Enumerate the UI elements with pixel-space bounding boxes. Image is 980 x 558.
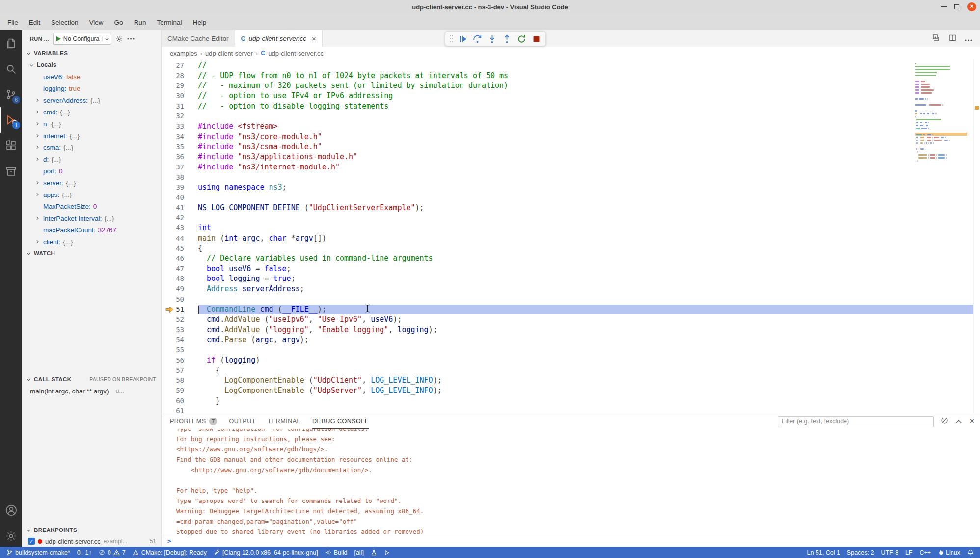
platform-status[interactable]: Linux <box>934 547 964 558</box>
variable-n[interactable]: n:{...} <box>22 118 161 130</box>
stack-frame[interactable]: main(int argc, char ** argv) u... <box>22 385 161 397</box>
gutter-line-42[interactable]: 42 <box>162 213 198 223</box>
more-actions-icon[interactable] <box>965 34 972 43</box>
debug-console-input[interactable]: > <box>162 535 980 547</box>
sync-status[interactable]: 0↓ 1↑ <box>74 547 95 558</box>
chevron-right-icon[interactable] <box>35 157 43 162</box>
close-panel-icon[interactable]: × <box>970 418 974 425</box>
gutter-line-47[interactable]: 47 <box>162 264 198 274</box>
breakpoint-item[interactable]: ✓ udp-client-server.cc exampl... 51 <box>22 536 161 547</box>
code-line-52[interactable]: 52 cmd.AddValue ("useIpv6", "Use Ipv6", … <box>162 314 980 325</box>
breadcrumb-folder[interactable]: examples <box>170 50 197 57</box>
menu-view[interactable]: View <box>84 14 109 30</box>
console-filter-input[interactable] <box>778 416 934 427</box>
run-and-debug-icon[interactable]: 1 <box>0 107 22 133</box>
code-line-44[interactable]: 44main (int argc, char *argv[]) <box>162 233 980 244</box>
gutter-line-27[interactable]: 27 <box>162 60 198 71</box>
git-branch-status[interactable]: buildsystem-cmake* <box>3 547 74 558</box>
gutter-line-30[interactable]: 30 <box>162 91 198 101</box>
language-mode[interactable]: C++ <box>916 547 934 558</box>
code-line-42[interactable]: 42 <box>162 213 980 223</box>
code-line-34[interactable]: 34#include "ns3/core-module.h" <box>162 132 980 142</box>
variable-csma[interactable]: csma:{...} <box>22 141 161 153</box>
clear-console-icon[interactable] <box>941 417 948 426</box>
restart-button[interactable] <box>515 32 528 45</box>
gutter-line-49[interactable]: 49 <box>162 284 198 294</box>
code-line-30[interactable]: 30// - option to use IPv4 or IPv6 addres… <box>162 91 980 101</box>
code-line-59[interactable]: 59 LogComponentEnable ("UdpServer", LOG_… <box>162 386 980 396</box>
chevron-right-icon[interactable] <box>35 239 43 244</box>
variable-interPacketInterval[interactable]: interPacket Interval:{...} <box>22 212 161 224</box>
menu-go[interactable]: Go <box>109 14 129 30</box>
start-debug-icon[interactable] <box>56 36 61 41</box>
code-line-53[interactable]: 53 cmd.AddValue ("logging", "Enable logg… <box>162 325 980 335</box>
code-line-48[interactable]: 48 bool logging = true; <box>162 274 980 284</box>
continue-button[interactable] <box>456 32 469 45</box>
code-line-27[interactable]: 27// <box>162 60 980 71</box>
search-icon[interactable] <box>0 56 22 82</box>
eol-status[interactable]: LF <box>902 547 916 558</box>
step-over-button[interactable] <box>471 32 484 45</box>
variable-cmd[interactable]: cmd:{...} <box>22 106 161 118</box>
variable-serverAddress[interactable]: serverAddress:{...} <box>22 94 161 106</box>
chevron-right-icon[interactable] <box>35 133 43 138</box>
code-line-51[interactable]: 51 CommandLine cmd (__FILE__); <box>162 305 980 315</box>
gutter-line-44[interactable]: 44 <box>162 233 198 244</box>
code-line-36[interactable]: 36#include "ns3/applications-module.h" <box>162 152 980 162</box>
launch-button[interactable] <box>381 547 393 558</box>
kit-status[interactable]: [Clang 12.0.0 x86_64-pc-linux-gnu] <box>210 547 322 558</box>
panel-tab-debug-console[interactable]: DEBUG CONSOLE <box>312 414 369 429</box>
menu-file[interactable]: File <box>2 14 24 30</box>
restore-icon[interactable] <box>954 4 959 9</box>
tab-udp-client-server[interactable]: C udp-client-server.cc × <box>235 30 323 47</box>
code-line-31[interactable]: 31// - option to disable logging stateme… <box>162 101 980 112</box>
panel-tab-terminal[interactable]: TERMINAL <box>268 414 300 429</box>
breadcrumb-file[interactable]: udp-client-server.cc <box>268 50 324 57</box>
code-line-33[interactable]: 33#include <fstream> <box>162 121 980 132</box>
step-into-button[interactable] <box>486 32 498 45</box>
gutter-line-58[interactable]: 58 <box>162 375 198 386</box>
overview-ruler[interactable] <box>973 59 980 414</box>
encoding-status[interactable]: UTF-8 <box>877 547 901 558</box>
gutter-line-51[interactable]: 51 <box>162 305 198 315</box>
variable-apps[interactable]: apps:{...} <box>22 189 161 200</box>
menu-terminal[interactable]: Terminal <box>151 14 187 30</box>
code-editor[interactable]: 27//28// - UDP flow from n0 to n1 of 102… <box>162 59 980 414</box>
call-stack-header[interactable]: CALL STACK PAUSED ON BREAKPOINT <box>22 373 161 385</box>
gutter-line-41[interactable]: 41 <box>162 203 198 213</box>
breadcrumb-folder[interactable]: udp-client-server <box>205 50 253 57</box>
cursor-position[interactable]: Ln 51, Col 1 <box>803 547 843 558</box>
code-line-57[interactable]: 57 { <box>162 365 980 376</box>
code-line-56[interactable]: 56 if (logging) <box>162 355 980 365</box>
menu-help[interactable]: Help <box>187 14 212 30</box>
gutter-line-54[interactable]: 54 <box>162 335 198 345</box>
scope-locals[interactable]: Locals <box>22 59 161 71</box>
chevron-right-icon[interactable] <box>35 180 43 185</box>
code-line-58[interactable]: 58 LogComponentEnable ("UdpClient", LOG_… <box>162 375 980 386</box>
configure-gear-icon[interactable] <box>115 35 123 43</box>
variable-MaxPacketSize[interactable]: MaxPacketSize:0 <box>22 200 161 212</box>
variable-maxPacketCount[interactable]: maxPacketCount:32767 <box>22 224 161 236</box>
tab-cmake-cache-editor[interactable]: CMake Cache Editor <box>162 30 235 47</box>
gutter-line-52[interactable]: 52 <box>162 314 198 325</box>
menu-run[interactable]: Run <box>129 14 152 30</box>
gutter-line-59[interactable]: 59 <box>162 386 198 396</box>
gutter-line-29[interactable]: 29 <box>162 81 198 91</box>
watch-section-header[interactable]: WATCH <box>22 248 161 259</box>
build-target[interactable]: [all] <box>351 547 367 558</box>
minimize-icon[interactable] <box>941 6 947 7</box>
more-actions-icon[interactable] <box>127 38 135 40</box>
gutter-line-32[interactable]: 32 <box>162 111 198 121</box>
extensions-icon[interactable] <box>0 133 22 158</box>
gutter-line-53[interactable]: 53 <box>162 325 198 335</box>
panel-tab-output[interactable]: OUTPUT <box>229 414 255 429</box>
indentation-status[interactable]: Spaces: 2 <box>844 547 878 558</box>
breakpoints-header[interactable]: BREAKPOINTS <box>22 524 161 536</box>
code-line-50[interactable]: 50 <box>162 294 980 305</box>
variable-d[interactable]: d:{...} <box>22 153 161 165</box>
variable-server[interactable]: server:{...} <box>22 177 161 189</box>
code-line-61[interactable]: 61 <box>162 406 980 414</box>
gutter-line-57[interactable]: 57 <box>162 365 198 376</box>
gutter-line-56[interactable]: 56 <box>162 355 198 365</box>
gutter-line-35[interactable]: 35 <box>162 142 198 152</box>
